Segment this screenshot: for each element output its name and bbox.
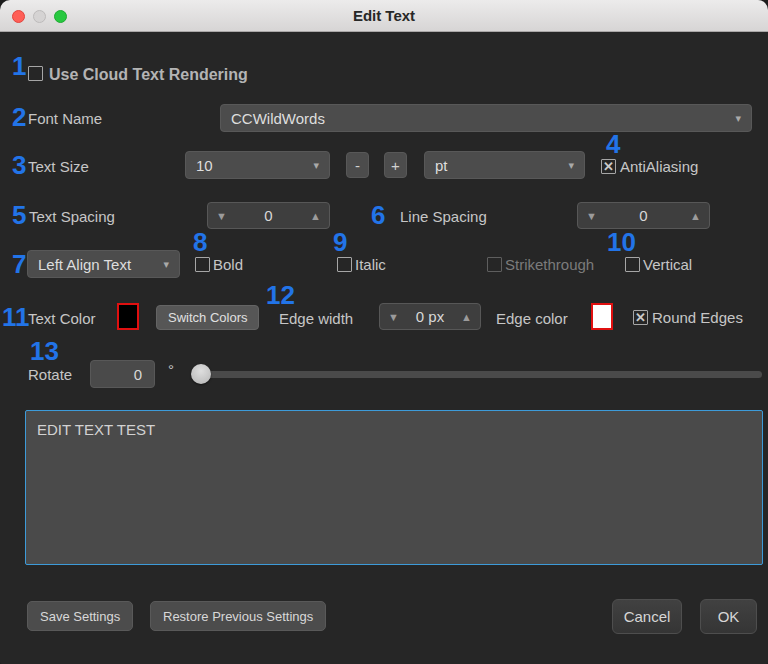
- text-size-value: 10: [196, 157, 213, 174]
- chevron-down-icon: ▾: [568, 159, 574, 172]
- use-cloud-text-rendering-label: Use Cloud Text Rendering: [49, 66, 248, 84]
- close-window-button[interactable]: [12, 10, 25, 23]
- font-name-label: Font Name: [28, 110, 102, 128]
- annotation-8: 8: [193, 228, 207, 256]
- antialiasing-label: AntiAliasing: [620, 158, 698, 176]
- text-align-value: Left Align Text: [38, 256, 131, 273]
- chevron-down-icon: ▾: [163, 258, 169, 271]
- use-cloud-text-rendering-checkbox[interactable]: [28, 66, 43, 81]
- annotation-7: 7: [12, 250, 26, 278]
- text-size-increase-button[interactable]: +: [384, 152, 407, 178]
- annotation-1: 1: [12, 52, 26, 80]
- bold-checkbox[interactable]: [195, 257, 210, 272]
- restore-previous-settings-button[interactable]: Restore Previous Settings: [150, 601, 326, 631]
- zoom-window-button[interactable]: [54, 10, 67, 23]
- text-size-unit-dropdown[interactable]: pt ▾: [424, 151, 585, 179]
- text-color-label: Text Color: [28, 310, 96, 328]
- strikethrough-label: Strikethrough: [505, 256, 594, 274]
- rotate-slider-track[interactable]: [193, 371, 762, 378]
- antialiasing-checkbox[interactable]: [601, 159, 616, 174]
- edit-text-textarea[interactable]: EDIT TEXT TEST: [25, 410, 763, 565]
- text-size-dropdown[interactable]: 10 ▾: [185, 151, 330, 179]
- annotation-9: 9: [333, 228, 347, 256]
- traffic-lights: [12, 0, 67, 32]
- title-bar: Edit Text: [0, 0, 768, 32]
- text-spacing-label: Text Spacing: [29, 208, 115, 226]
- text-size-label: Text Size: [28, 158, 89, 176]
- annotation-10: 10: [607, 228, 636, 256]
- text-size-unit-value: pt: [435, 157, 448, 174]
- vertical-checkbox[interactable]: [625, 257, 640, 272]
- text-color-swatch[interactable]: [117, 303, 139, 330]
- edit-text-dialog: Edit Text 1 2 3 4 5 6 7 8 9 10 11 12 13 …: [0, 0, 768, 664]
- edge-width-label: Edge width: [279, 310, 353, 328]
- annotation-4: 4: [606, 130, 620, 158]
- edge-color-swatch[interactable]: [591, 303, 613, 330]
- font-name-value: CCWildWords: [231, 110, 325, 127]
- vertical-label: Vertical: [643, 256, 692, 274]
- stepper-up-icon[interactable]: ▲: [690, 210, 701, 222]
- stepper-down-icon[interactable]: ▼: [216, 210, 227, 222]
- rotate-slider-thumb[interactable]: [191, 364, 211, 384]
- line-spacing-value: 0: [597, 207, 690, 224]
- strikethrough-checkbox: [487, 257, 502, 272]
- annotation-12: 12: [266, 281, 295, 309]
- switch-colors-button[interactable]: Switch Colors: [156, 305, 259, 330]
- edge-width-value: 0 px: [399, 308, 461, 325]
- line-spacing-label: Line Spacing: [400, 208, 487, 226]
- chevron-down-icon: ▾: [313, 159, 319, 172]
- line-spacing-stepper[interactable]: ▼ 0 ▲: [577, 202, 710, 229]
- bold-label: Bold: [213, 256, 243, 274]
- text-size-decrease-button[interactable]: -: [346, 152, 369, 178]
- italic-checkbox[interactable]: [337, 257, 352, 272]
- rotate-label: Rotate: [28, 366, 72, 384]
- round-edges-checkbox[interactable]: [633, 310, 648, 325]
- text-spacing-value: 0: [227, 207, 310, 224]
- cancel-button[interactable]: Cancel: [612, 599, 682, 634]
- italic-label: Italic: [355, 256, 386, 274]
- round-edges-label: Round Edges: [652, 309, 743, 327]
- font-name-dropdown[interactable]: CCWildWords ▾: [220, 104, 752, 132]
- stepper-up-icon[interactable]: ▲: [461, 311, 472, 323]
- annotation-5: 5: [12, 201, 26, 229]
- edge-width-stepper[interactable]: ▼ 0 px ▲: [379, 303, 481, 330]
- minimize-window-button[interactable]: [33, 10, 46, 23]
- text-spacing-stepper[interactable]: ▼ 0 ▲: [207, 202, 330, 229]
- stepper-up-icon[interactable]: ▲: [310, 210, 321, 222]
- stepper-down-icon[interactable]: ▼: [586, 210, 597, 222]
- window-title: Edit Text: [353, 7, 415, 24]
- edge-color-label: Edge color: [496, 310, 568, 328]
- annotation-11: 11: [2, 303, 30, 331]
- rotate-degree-unit: °: [168, 361, 174, 379]
- annotation-3: 3: [12, 151, 26, 179]
- rotate-input[interactable]: [90, 360, 155, 388]
- ok-button[interactable]: OK: [700, 599, 757, 634]
- annotation-13: 13: [30, 337, 59, 365]
- stepper-down-icon[interactable]: ▼: [388, 311, 399, 323]
- annotation-2: 2: [12, 103, 26, 131]
- text-align-dropdown[interactable]: Left Align Text ▾: [27, 250, 180, 278]
- annotation-6: 6: [371, 201, 385, 229]
- chevron-down-icon: ▾: [735, 112, 741, 125]
- save-settings-button[interactable]: Save Settings: [27, 601, 133, 631]
